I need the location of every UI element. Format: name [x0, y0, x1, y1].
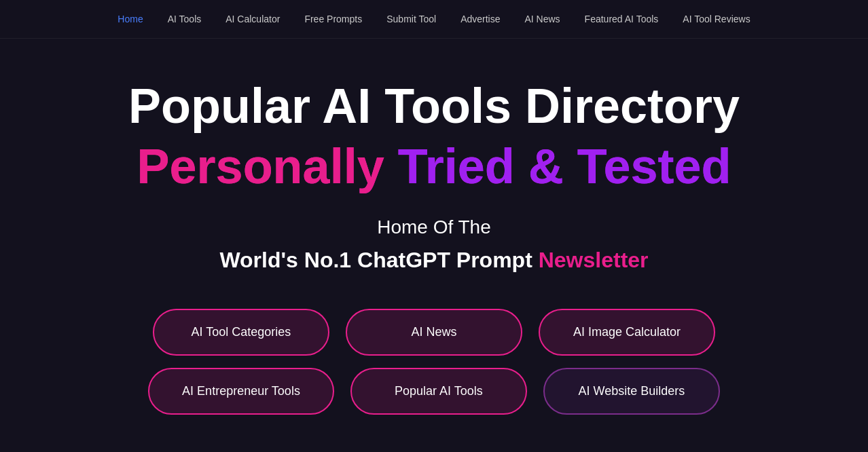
nav-featured-ai-tools[interactable]: Featured AI Tools [585, 14, 659, 24]
btn-ai-entrepreneur-tools[interactable]: AI Entrepreneur Tools [148, 368, 334, 415]
hero-description-line2: World's No.1 ChatGPT Prompt Newsletter [219, 245, 648, 276]
btn-ai-website-builders[interactable]: AI Website Builders [543, 368, 720, 415]
hero-subtitle-personally: Personally [137, 139, 384, 193]
nav-advertise[interactable]: Advertise [460, 14, 500, 24]
nav-ai-tool-reviews[interactable]: AI Tool Reviews [683, 14, 750, 24]
button-row-2: AI Entrepreneur Tools Popular AI Tools A… [148, 368, 720, 415]
button-row-1: AI Tool Categories AI News AI Image Calc… [153, 309, 715, 356]
hero-subtitle: Personally Tried & Tested [137, 140, 731, 193]
btn-ai-image-calculator[interactable]: AI Image Calculator [539, 309, 715, 356]
hero-description-line1: Home Of The [377, 214, 491, 240]
hero-title: Popular AI Tools Directory [128, 79, 740, 133]
hero-description-pre: World's No.1 ChatGPT Prompt [219, 248, 532, 272]
nav-ai-tools[interactable]: AI Tools [168, 14, 202, 24]
cta-button-grid: AI Tool Categories AI News AI Image Calc… [128, 309, 740, 415]
nav-ai-calculator[interactable]: AI Calculator [225, 14, 280, 24]
nav-home[interactable]: Home [117, 14, 143, 24]
btn-ai-tool-categories[interactable]: AI Tool Categories [153, 309, 329, 356]
main-nav: Home AI Tools AI Calculator Free Prompts… [0, 0, 868, 39]
hero-section: Popular AI Tools Directory Personally Tr… [0, 39, 868, 442]
btn-popular-ai-tools[interactable]: Popular AI Tools [350, 368, 527, 415]
nav-submit-tool[interactable]: Submit Tool [386, 14, 436, 24]
nav-free-prompts[interactable]: Free Prompts [304, 14, 362, 24]
hero-subtitle-tried: Tried & Tested [398, 139, 731, 193]
hero-newsletter-word: Newsletter [539, 248, 649, 272]
btn-ai-news[interactable]: AI News [346, 309, 522, 356]
nav-ai-news[interactable]: AI News [524, 14, 560, 24]
